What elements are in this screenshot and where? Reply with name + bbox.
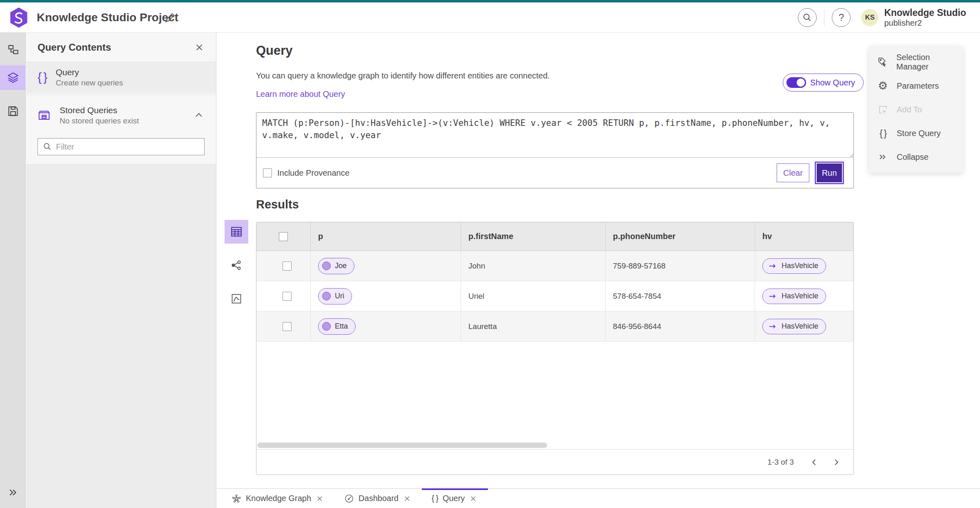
- node-icon: [322, 322, 331, 331]
- toggle-switch[interactable]: [786, 77, 806, 88]
- row-checkbox[interactable]: [283, 322, 292, 331]
- action-label: Collapse: [897, 152, 929, 162]
- stored-queries-icon: [38, 109, 51, 121]
- tab-label: Knowledge Graph: [246, 494, 311, 503]
- column-header-hv[interactable]: hv: [755, 222, 853, 251]
- cell-firstname: Lauretta: [461, 311, 606, 341]
- query-item-description: Create new queries: [56, 78, 123, 87]
- close-tab-icon[interactable]: [403, 494, 412, 503]
- panel-header: Query Contents: [26, 33, 216, 62]
- previous-page-icon[interactable]: [806, 454, 822, 470]
- edge-chip[interactable]: HasVehicle: [762, 258, 826, 274]
- braces-icon: { }: [38, 70, 47, 84]
- results-table: p p.firstName p.phoneNumber hv Joe John …: [256, 222, 854, 475]
- app-header: Knowledge Studio Project ? KS Knowledge …: [0, 2, 980, 33]
- panel-item-stored-queries[interactable]: Stored Queries No stored queries exist: [26, 96, 216, 135]
- stored-queries-description: No stored queries exist: [60, 116, 185, 125]
- node-icon: [322, 262, 331, 270]
- edge-chip[interactable]: HasVehicle: [762, 319, 826, 334]
- scrollbar-thumb[interactable]: [257, 443, 547, 448]
- action-label: Parameters: [897, 81, 939, 91]
- query-heading: Query: [256, 43, 293, 58]
- save-icon[interactable]: [0, 99, 26, 123]
- left-icon-rail: [0, 33, 26, 508]
- store-query-item[interactable]: { } Store Query: [869, 121, 963, 145]
- query-description: You can query a knowledge graph to ident…: [256, 71, 550, 81]
- avatar[interactable]: KS: [861, 9, 878, 26]
- clear-button[interactable]: Clear: [777, 163, 809, 182]
- table-row: Etta Lauretta 846-956-8644 HasVehicle: [256, 311, 853, 342]
- hierarchy-icon[interactable]: [0, 38, 26, 62]
- action-label: Selection Manager: [896, 53, 955, 72]
- product-name: Knowledge Studio: [884, 7, 966, 18]
- layers-icon-active[interactable]: [0, 65, 26, 90]
- main-content: Query You can query a knowledge graph to…: [217, 33, 980, 488]
- panel-divider: [26, 92, 216, 96]
- square-plus-icon: [877, 105, 889, 115]
- dashboard-gauge-icon: [344, 494, 354, 504]
- chevron-up-icon[interactable]: [194, 109, 206, 121]
- table-view-icon[interactable]: [225, 220, 248, 244]
- edge-chip[interactable]: HasVehicle: [762, 289, 826, 304]
- panel-item-query[interactable]: { } Query Create new queries: [26, 62, 216, 92]
- query-editor-container: MATCH (p:Person)-[hv:HasVehicle]->(v:Veh…: [256, 112, 854, 188]
- table-row: Joe John 759-889-57168 HasVehicle: [256, 251, 853, 281]
- close-tab-icon[interactable]: [316, 494, 325, 503]
- tab-dashboard[interactable]: Dashboard: [334, 489, 422, 508]
- results-view-switcher: [225, 220, 248, 311]
- include-provenance-checkbox[interactable]: [263, 168, 272, 177]
- help-icon[interactable]: ?: [832, 8, 851, 27]
- search-icon[interactable]: [798, 8, 817, 27]
- table-pagination: 1-3 of 3: [256, 449, 853, 474]
- node-chip[interactable]: Joe: [318, 258, 354, 274]
- query-actions-panel: Selection Manager ⚙ Parameters Add To { …: [869, 46, 963, 173]
- search-icon: [43, 142, 52, 151]
- tag-cursor-icon: [877, 57, 888, 68]
- query-editor-footer: Include Provenance Clear Run: [256, 158, 853, 188]
- header-divider: [824, 9, 824, 26]
- close-panel-icon[interactable]: [194, 41, 206, 54]
- tab-knowledge-graph[interactable]: Knowledge Graph: [222, 489, 334, 508]
- cell-phonenumber: 846-956-8644: [606, 311, 755, 341]
- edit-title-icon[interactable]: [163, 11, 176, 25]
- parameters-item[interactable]: ⚙ Parameters: [869, 74, 963, 98]
- row-checkbox[interactable]: [283, 262, 292, 271]
- node-chip[interactable]: Uri: [318, 288, 352, 304]
- add-to-item: Add To: [869, 98, 963, 121]
- tab-label: Dashboard: [359, 494, 399, 503]
- map-view-icon[interactable]: [225, 287, 248, 311]
- include-provenance-label: Include Provenance: [277, 168, 350, 178]
- next-page-icon[interactable]: [828, 454, 844, 470]
- cell-firstname: John: [461, 251, 606, 281]
- filter-input[interactable]: [56, 142, 199, 152]
- row-checkbox[interactable]: [283, 292, 292, 301]
- run-button[interactable]: Run: [816, 163, 843, 183]
- close-tab-icon[interactable]: [469, 494, 478, 503]
- expand-panel-icon[interactable]: [0, 480, 26, 505]
- table-empty-area: [256, 342, 853, 442]
- select-all-checkbox[interactable]: [279, 232, 288, 241]
- bottom-tab-bar: Knowledge Graph Dashboard { } Query: [217, 488, 980, 508]
- column-header-firstname[interactable]: p.firstName: [461, 222, 606, 251]
- app-logo-icon[interactable]: [9, 7, 29, 28]
- query-editor[interactable]: MATCH (p:Person)-[hv:HasVehicle]->(v:Veh…: [256, 113, 853, 158]
- knowledge-graph-icon: [232, 494, 241, 504]
- arrow-right-icon: [768, 263, 777, 269]
- tab-query[interactable]: { } Query: [422, 489, 488, 508]
- action-label: Add To: [897, 105, 922, 114]
- collapse-item[interactable]: Collapse: [869, 145, 963, 169]
- action-label: Store Query: [897, 129, 941, 138]
- page-title: Knowledge Studio Project: [37, 2, 178, 33]
- node-chip[interactable]: Etta: [318, 318, 356, 335]
- graph-view-icon[interactable]: [225, 253, 248, 277]
- column-header-phonenumber[interactable]: p.phoneNumber: [606, 222, 755, 251]
- show-query-label: Show Query: [810, 78, 855, 87]
- braces-icon: { }: [432, 494, 438, 503]
- learn-more-link[interactable]: Learn more about Query: [256, 90, 345, 99]
- selection-manager-item[interactable]: Selection Manager: [869, 50, 963, 74]
- arrow-right-icon: [768, 293, 777, 299]
- stored-queries-label: Stored Queries: [60, 105, 185, 115]
- arrow-right-icon: [768, 324, 777, 329]
- column-header-p[interactable]: p: [311, 222, 461, 251]
- show-query-toggle[interactable]: Show Query: [783, 74, 864, 92]
